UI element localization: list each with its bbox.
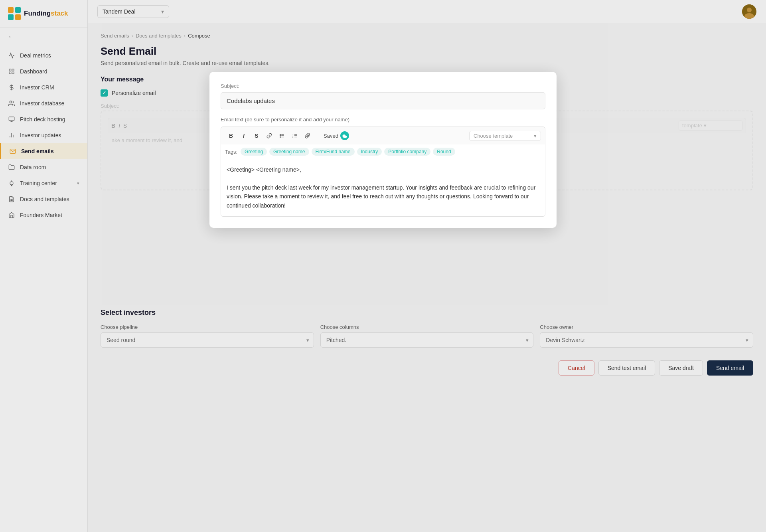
saved-badge: Saved [324, 131, 349, 140]
tag-greeting[interactable]: Greeting [241, 148, 267, 156]
tags-label: Tags: [225, 149, 237, 155]
template-chevron-icon: ▾ [534, 133, 537, 139]
email-editor[interactable]: <Greeting> <Greeting name>, I sent you t… [221, 159, 545, 217]
toolbar-attachment-button[interactable] [302, 130, 314, 141]
attachment-icon [305, 133, 310, 138]
ol-icon: 123 [292, 133, 298, 138]
tag-round[interactable]: Round [433, 148, 455, 156]
template-selector[interactable]: Choose template ▾ [469, 131, 541, 141]
svg-text:3: 3 [292, 136, 293, 138]
toolbar-italic-button[interactable]: I [238, 130, 250, 141]
email-body-line2: I sent you the pitch deck last week for … [227, 183, 539, 210]
modal-subject-label: Subject: [221, 83, 545, 89]
tag-portfolio-company[interactable]: Portfolio company [384, 148, 430, 156]
link-icon [267, 133, 272, 138]
modal-overlay: Subject: Email text (be sure to personal… [0, 0, 766, 532]
toolbar-ol-button[interactable]: 123 [289, 130, 301, 141]
svg-point-27 [280, 137, 280, 138]
toolbar-bold-button[interactable]: B [225, 130, 237, 141]
compose-modal: Subject: Email text (be sure to personal… [209, 72, 557, 228]
toolbar-separator [317, 132, 317, 140]
tag-firm-fund-name[interactable]: Firm/Fund name [312, 148, 355, 156]
toolbar-strikethrough-button[interactable]: S [251, 130, 263, 141]
svg-point-26 [280, 135, 280, 136]
modal-subject-input[interactable] [221, 92, 545, 109]
ul-icon [279, 133, 285, 138]
editor-toolbar: B I S 123 Saved Choose t [221, 127, 545, 144]
email-body-line1: <Greeting> <Greeting name>, [227, 165, 539, 174]
toolbar-ul-button[interactable] [276, 130, 288, 141]
modal-email-label: Email text (be sure to personalize it an… [221, 117, 545, 123]
toolbar-link-button[interactable] [263, 130, 275, 141]
tags-row: Tags: Greeting Greeting name Firm/Fund n… [221, 144, 545, 159]
tag-industry[interactable]: Industry [357, 148, 382, 156]
svg-point-25 [280, 134, 280, 135]
saved-cloud-icon [340, 131, 349, 140]
tag-greeting-name[interactable]: Greeting name [269, 148, 309, 156]
